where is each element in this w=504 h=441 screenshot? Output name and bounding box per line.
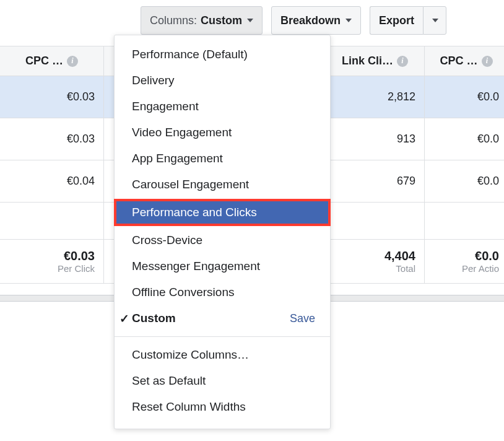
- cell: 2,812: [326, 76, 425, 118]
- caret-down-icon: [345, 19, 352, 22]
- columns-button[interactable]: Columns: Custom: [141, 6, 263, 35]
- dropdown-action-set-as-default[interactable]: Set as Default: [115, 368, 330, 394]
- cell: [0, 203, 104, 239]
- cell: €0.03: [0, 76, 104, 118]
- dropdown-item-video-engagement[interactable]: Video Engagement: [115, 120, 330, 146]
- cell: [326, 203, 425, 239]
- columns-dropdown: Performance (Default) Delivery Engagemen…: [114, 35, 331, 429]
- cell: 679: [326, 160, 425, 202]
- dropdown-action-customize-columns[interactable]: Customize Columns…: [115, 342, 330, 368]
- toolbar: Columns: Custom Breakdown Export: [0, 6, 504, 35]
- info-icon: i: [482, 56, 493, 67]
- cell: 913: [326, 118, 425, 160]
- dropdown-separator: [115, 336, 330, 337]
- dropdown-item-engagement[interactable]: Engagement: [115, 94, 330, 120]
- dropdown-item-performance-and-clicks[interactable]: Performance and Clicks: [115, 199, 330, 225]
- columns-value: Custom: [201, 14, 242, 27]
- breakdown-label: Breakdown: [280, 14, 341, 27]
- cell: €0.0: [425, 160, 504, 202]
- dropdown-item-carousel-engagement[interactable]: Carousel Engagement: [115, 172, 330, 198]
- dropdown-item-messenger-engagement[interactable]: Messenger Engagement: [115, 253, 330, 279]
- save-link[interactable]: Save: [290, 312, 315, 325]
- breakdown-button[interactable]: Breakdown: [271, 6, 361, 35]
- export-button-group: Export: [370, 6, 446, 35]
- dropdown-item-app-engagement[interactable]: App Engagement: [115, 146, 330, 172]
- info-icon: i: [397, 56, 408, 67]
- cell: [425, 203, 504, 239]
- caret-down-icon: [432, 19, 438, 22]
- caret-down-icon: [247, 19, 253, 22]
- dropdown-item-offline-conversions[interactable]: Offline Conversions: [115, 279, 330, 305]
- cell: €0.04: [0, 160, 104, 202]
- info-icon: i: [67, 56, 78, 67]
- dropdown-item-delivery[interactable]: Delivery: [115, 68, 330, 94]
- export-label: Export: [379, 14, 414, 27]
- export-dropdown-button[interactable]: [423, 6, 446, 35]
- columns-prefix: Columns:: [150, 14, 197, 27]
- dropdown-item-cross-device[interactable]: Cross-Device: [115, 227, 330, 253]
- cell: €0.03: [0, 118, 104, 160]
- cell: €0.0: [425, 118, 504, 160]
- dropdown-item-custom[interactable]: Custom Save: [115, 305, 330, 331]
- summary-cell: €0.03 Per Click: [0, 240, 104, 283]
- column-header-link-clicks[interactable]: Link Cli… i: [326, 46, 425, 76]
- summary-cell: €0.0 Per Actio: [425, 240, 504, 283]
- export-button[interactable]: Export: [370, 6, 423, 35]
- column-header-cpc[interactable]: CPC … i: [0, 46, 104, 76]
- dropdown-item-performance-default[interactable]: Performance (Default): [115, 41, 330, 68]
- summary-cell: 4,404 Total: [326, 240, 425, 283]
- cell: €0.0: [425, 76, 504, 118]
- column-header-cpc[interactable]: CPC … i: [425, 46, 504, 76]
- dropdown-action-reset-column-widths[interactable]: Reset Column Widths: [115, 394, 330, 420]
